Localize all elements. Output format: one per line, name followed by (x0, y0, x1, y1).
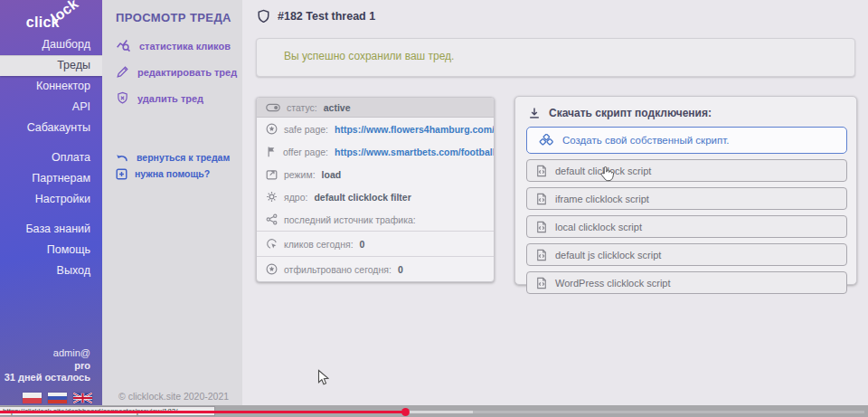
status-label: статус: (287, 102, 317, 113)
video-player-bar: https://clicklock.site/dashboard/connect… (0, 405, 868, 417)
script-button-wordpress[interactable]: WordPress clicklock script (526, 271, 847, 294)
safe-page-label: safe page: (284, 124, 328, 135)
link-back-to-threads[interactable]: вернуться к тредам (116, 149, 230, 166)
menu-item-delete-thread[interactable]: удалить тред (116, 89, 237, 108)
scripts-title: Скачать скрипт подключения: (549, 107, 712, 119)
cubes-icon (539, 134, 554, 147)
menu-item-click-stats[interactable]: статистика кликов (116, 36, 237, 55)
download-icon (528, 107, 541, 119)
thread-status-card: статус: active safe page: https://www.fl… (256, 97, 495, 282)
shield-x-icon (116, 91, 129, 105)
filtered-today-row: отфильтровано сегодня: 0 (257, 256, 494, 281)
offer-page-label: offer page: (283, 147, 328, 157)
safe-page-row: safe page: https://www.flowers4hamburg.c… (257, 118, 494, 140)
clicks-today-value: 0 (360, 239, 365, 250)
progress-played (0, 411, 405, 413)
code-file-icon (536, 249, 547, 261)
create-custom-script-label: Создать свой собственный скрипт. (562, 135, 729, 146)
flag-russia-icon[interactable] (48, 393, 67, 403)
page-title: #182 Test thread 1 (278, 10, 375, 23)
click-icon (266, 238, 278, 250)
sidebar-item-logout[interactable]: Выход (0, 261, 102, 281)
star-badge-icon (266, 263, 278, 275)
sidebar-item-threads[interactable]: Треды (0, 55, 102, 76)
script-button-label: default js clicklock script (555, 250, 661, 261)
mode-label: режим: (284, 169, 316, 180)
sidebar-item-partners[interactable]: Партнерам (0, 168, 102, 189)
filtered-today-label: отфильтровано сегодня: (284, 264, 392, 275)
script-button-default[interactable]: default clicklock script (526, 159, 847, 182)
account-email: admin@ (5, 347, 90, 360)
script-button-label: default clicklock script (555, 166, 651, 176)
script-button-default-js[interactable]: default js clicklock script (526, 243, 847, 266)
flag-uk-icon[interactable] (73, 393, 92, 403)
sidebar-item-payment[interactable]: Оплата (0, 147, 102, 168)
toggle-icon (266, 103, 280, 112)
code-file-icon (536, 165, 547, 177)
success-alert: Вы успешно сохранили ваш тред. (256, 38, 855, 77)
sidebar: clicklock Дашборд Треды Коннектор API Са… (0, 0, 102, 405)
sidebar-item-knowledge-base[interactable]: База знаний (0, 219, 102, 240)
code-file-icon (536, 277, 547, 289)
last-traffic-source-row: последний источник трафика: (257, 208, 494, 231)
account-days-left: 31 дней осталось (5, 372, 90, 384)
last-traffic-source-label: последний источник трафика: (284, 214, 416, 225)
core-value: default clicklock filter (314, 192, 410, 203)
mode-value: load (322, 169, 342, 180)
sidebar-item-api[interactable]: API (0, 97, 102, 118)
scripts-header: Скачать скрипт подключения: (528, 107, 856, 119)
gear-icon (266, 191, 278, 203)
account-info: admin@ pro 31 дней осталось (5, 347, 90, 384)
offer-page-link[interactable]: https://www.smartbets.com/football/tea..… (335, 147, 494, 157)
create-custom-script-button[interactable]: Создать свой собственный скрипт. (526, 127, 847, 154)
star-badge-icon (266, 123, 278, 135)
core-row: ядро: default clicklock filter (257, 185, 494, 208)
progress-scrubber[interactable] (401, 408, 410, 416)
link-label: вернуться к тредам (137, 152, 230, 163)
mode-row: режим: load (257, 163, 494, 185)
link-label: нужна помощь? (135, 168, 210, 179)
sidebar-item-connector[interactable]: Коннектор (0, 76, 102, 97)
clicklock-logo[interactable]: clicklock (26, 14, 90, 31)
code-file-icon (536, 193, 547, 205)
menu-item-label: редактировать тред (137, 67, 237, 78)
safe-page-link[interactable]: https://www.flowers4hamburg.com/ (335, 124, 494, 135)
menu-item-edit-thread[interactable]: редактировать тред (116, 62, 237, 81)
script-button-local[interactable]: local clicklock script (526, 215, 847, 238)
app-window: clicklock Дашборд Треды Коннектор API Са… (0, 0, 868, 417)
thread-menu-actions: статистика кликов редактировать тред уда… (116, 36, 237, 115)
flag-poland-icon[interactable] (23, 393, 42, 403)
thread-menu-title: ПРОСМОТР ТРЕДА (116, 11, 231, 24)
sidebar-item-settings[interactable]: Настройки (0, 189, 102, 210)
thread-menu-panel: ПРОСМОТР ТРЕДА статистика кликов редакти… (102, 0, 242, 405)
thread-menu-links: вернуться к тредам нужна помощь? (116, 149, 230, 182)
language-switcher (23, 393, 92, 403)
thread-header: #182 Test thread 1 (258, 9, 375, 23)
undo-icon (116, 153, 129, 163)
account-plan: pro (5, 360, 90, 373)
stats-icon (116, 38, 131, 53)
sidebar-item-dashboard[interactable]: Дашборд (0, 34, 102, 55)
script-button-label: WordPress clicklock script (555, 278, 671, 289)
sidebar-item-help[interactable]: Помощь (0, 240, 102, 261)
status-header-row: статус: active (257, 98, 494, 118)
menu-item-label: удалить тред (137, 93, 203, 104)
shield-icon (258, 9, 269, 23)
pencil-icon (116, 65, 129, 79)
script-button-label: local clicklock script (555, 222, 642, 232)
sidebar-item-subaccounts[interactable]: Сабакаунты (0, 118, 102, 138)
download-scripts-card: Скачать скрипт подключения: Создать свой… (514, 96, 857, 285)
offer-page-row: offer page: https://www.smartbets.com/fo… (257, 140, 494, 163)
main-content: #182 Test thread 1 Вы успешно сохранили … (242, 0, 868, 405)
status-value: active (324, 102, 351, 113)
success-message: Вы успешно сохранили ваш тред. (284, 50, 854, 62)
filtered-today-value: 0 (398, 264, 403, 275)
launch-icon (266, 168, 278, 180)
script-button-label: iframe clicklock script (555, 194, 649, 204)
share-icon (266, 213, 278, 225)
code-file-icon (536, 221, 547, 233)
script-button-iframe[interactable]: iframe clicklock script (526, 187, 847, 210)
clicks-today-label: кликов сегодня: (284, 239, 354, 250)
add-box-icon (116, 168, 127, 180)
link-need-help[interactable]: нужна помощь? (116, 166, 230, 182)
